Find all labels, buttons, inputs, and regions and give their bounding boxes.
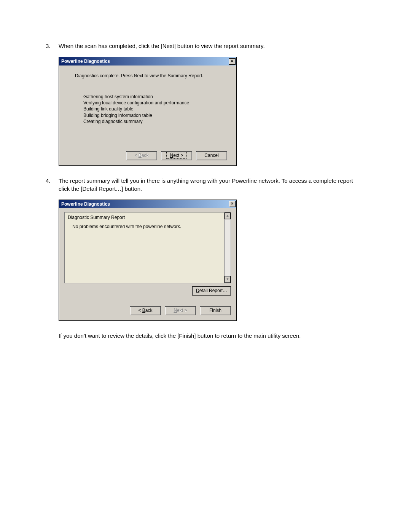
progress-item: Verifying local device configuration and… [83,100,227,106]
dialog-button-row: < Back Next > Cancel [68,151,227,160]
detail-button-row: Detail Report… [64,286,231,296]
cancel-button[interactable]: Cancel [196,151,227,160]
dialog-2-wrapper: Powerline Diagnostics × Diagnostic Summa… [59,200,365,321]
scrollbar[interactable]: ▲ ▼ [224,212,231,283]
step-text: The report summary will tell you in ther… [59,177,365,193]
step-text: When the scan has completed, click the [… [59,42,365,50]
back-button[interactable]: < Back [130,306,161,315]
step-number: 3. [46,42,59,50]
diagnostics-dialog-summary: Powerline Diagnostics × Diagnostic Summa… [59,200,237,321]
detail-report-button[interactable]: Detail Report… [192,286,231,296]
closing-text: If you don't want to review the details,… [59,332,365,340]
progress-item: Building link quality table [83,106,227,112]
dialog-1-wrapper: Powerline Diagnostics × Diagnostics comp… [59,57,365,166]
next-button: Next > [165,306,196,315]
scroll-track[interactable] [225,219,231,276]
titlebar: Powerline Diagnostics × [59,57,236,66]
step-number: 4. [46,177,59,193]
progress-item: Gathering host system information [83,94,227,100]
dialog-body: Diagnostics complete. Press Next to view… [59,66,236,166]
scroll-up-icon[interactable]: ▲ [225,212,231,219]
window-title: Powerline Diagnostics [60,59,110,64]
titlebar: Powerline Diagnostics × [59,200,236,208]
progress-item: Building bridging information table [83,112,227,118]
dialog-message: Diagnostics complete. Press Next to view… [75,73,227,78]
scroll-down-icon[interactable]: ▼ [225,276,231,283]
back-button: < Back [126,151,157,160]
closing-paragraph: If you don't want to review the details,… [46,332,365,340]
report-header: Diagnostic Summary Report [68,215,221,220]
finish-button[interactable]: Finish [200,306,231,315]
progress-item: Creating diagnostic summary [83,118,227,125]
step-3: 3. When the scan has completed, click th… [46,42,365,50]
document-page: 3. When the scan has completed, click th… [0,0,411,532]
progress-list: Gathering host system information Verify… [83,94,227,125]
report-line: No problems encountered with the powerli… [72,224,221,229]
close-icon[interactable]: × [229,201,236,207]
report-content: Diagnostic Summary Report No problems en… [65,212,224,283]
dialog-button-row: < Back Next > Finish [59,306,236,321]
step-4: 4. The report summary will tell you in t… [46,177,365,193]
report-panel: Diagnostic Summary Report No problems en… [64,212,231,283]
close-icon[interactable]: × [229,58,236,65]
next-button[interactable]: Next > [161,151,192,160]
diagnostics-dialog-progress: Powerline Diagnostics × Diagnostics comp… [59,57,237,166]
window-title: Powerline Diagnostics [60,201,110,207]
